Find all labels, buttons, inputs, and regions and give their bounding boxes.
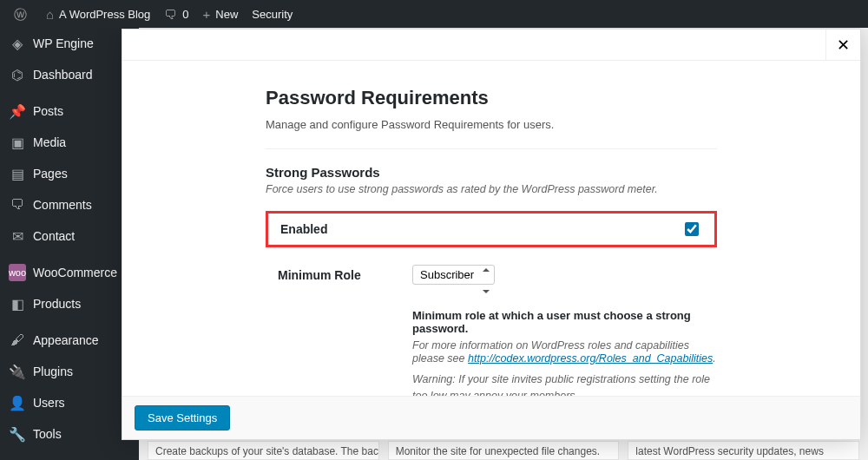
security-label: Security [252, 8, 293, 21]
save-settings-button[interactable]: Save Settings [135, 405, 230, 430]
section-description: Force users to use strong passwords as r… [266, 183, 717, 195]
minimum-role-warning: Warning: If your site invites public reg… [412, 371, 717, 396]
enabled-checkbox[interactable] [685, 222, 699, 236]
sidebar-item-users[interactable]: 👤Users [0, 387, 139, 418]
security-link[interactable]: Security [245, 0, 299, 28]
sidebar-item-woocommerce[interactable]: wooWooCommerce [0, 257, 139, 288]
page-title: Password Requirements [266, 87, 717, 109]
page-icon: ▤ [9, 165, 26, 182]
product-icon: ◧ [9, 295, 26, 312]
minimum-role-select[interactable]: Subscriber [412, 265, 495, 285]
sidebar-item-products[interactable]: ◧Products [0, 288, 139, 319]
sidebar-item-label: Comments [33, 198, 92, 212]
roles-link[interactable]: http://codex.wordpress.org/Roles_and_Cap… [468, 352, 713, 365]
sidebar-item-wpengine[interactable]: ◈WP Engine [0, 28, 139, 59]
section-title: Strong Passwords [266, 165, 717, 180]
plus-icon: + [203, 8, 211, 21]
divider [266, 148, 717, 149]
pin-icon: 📌 [9, 102, 26, 120]
admin-sidebar: ◈WP Engine ⌬Dashboard 📌Posts ▣Media ▤Pag… [0, 28, 139, 460]
wpengine-icon: ◈ [9, 35, 26, 52]
tool-icon: 🔧 [9, 425, 26, 443]
comment-icon: 🗨 [9, 196, 26, 214]
sidebar-item-comments[interactable]: 🗨Comments [0, 189, 139, 220]
minimum-role-label: Minimum Role [278, 265, 412, 282]
bg-card: Monitor the site for unexpected file cha… [388, 441, 620, 460]
sidebar-item-label: Posts [33, 104, 63, 118]
enabled-row: Enabled [266, 211, 717, 247]
plugin-icon: 🔌 [9, 363, 26, 380]
sidebar-item-settings[interactable]: ⚙Settings [0, 450, 139, 460]
dashboard-icon: ⌬ [9, 66, 26, 83]
sidebar-item-label: Products [33, 297, 81, 311]
sidebar-item-label: Pages [33, 167, 68, 181]
brush-icon: 🖌 [9, 332, 26, 349]
site-name-link[interactable]: ⌂A WordPress Blog [39, 0, 157, 28]
woo-icon: woo [9, 264, 26, 281]
sidebar-item-media[interactable]: ▣Media [0, 127, 139, 158]
minimum-role-bold: Minimum role at which a user must choose… [412, 309, 717, 335]
sidebar-item-tools[interactable]: 🔧Tools [0, 418, 139, 450]
comment-icon: 🗨 [164, 8, 177, 21]
sidebar-item-label: Contact [33, 229, 75, 243]
sidebar-item-label: Appearance [33, 333, 99, 347]
settings-icon: ⚙ [9, 457, 26, 460]
sidebar-item-label: WooCommerce [33, 266, 117, 279]
sidebar-item-dashboard[interactable]: ⌬Dashboard [0, 59, 139, 90]
enabled-label: Enabled [280, 222, 327, 236]
modal-footer: Save Settings [122, 396, 860, 439]
sidebar-item-appearance[interactable]: 🖌Appearance [0, 325, 139, 356]
comments-link[interactable]: 🗨0 [157, 0, 195, 28]
sidebar-item-label: Media [33, 135, 66, 149]
site-name-text: A WordPress Blog [59, 8, 150, 21]
wordpress-icon: ⓦ [14, 8, 27, 21]
sidebar-item-posts[interactable]: 📌Posts [0, 95, 139, 127]
comments-count: 0 [182, 8, 188, 21]
sidebar-item-label: Dashboard [33, 68, 93, 82]
user-icon: 👤 [9, 394, 26, 411]
sidebar-item-label: Plugins [33, 365, 73, 378]
bg-card: Create backups of your site's database. … [148, 441, 379, 460]
media-icon: ▣ [9, 134, 26, 151]
page-description: Manage and configure Password Requiremen… [266, 118, 717, 131]
bg-cards: Create backups of your site's database. … [139, 441, 868, 460]
sidebar-item-contact[interactable]: ✉Contact [0, 220, 139, 252]
wp-logo[interactable]: ⓦ [7, 0, 39, 28]
bg-card: latest WordPress security updates, news [628, 441, 859, 460]
modal-close-button[interactable]: ✕ [825, 30, 860, 61]
mail-icon: ✉ [9, 227, 26, 245]
sidebar-item-label: Users [33, 396, 65, 410]
home-icon: ⌂ [46, 8, 54, 21]
new-label: New [215, 8, 238, 21]
sidebar-item-label: WP Engine [33, 36, 94, 50]
modal-body: Password Requirements Manage and configu… [122, 61, 860, 396]
settings-modal: ✕ Password Requirements Manage and confi… [122, 29, 861, 440]
minimum-role-row: Minimum Role Subscriber Minimum role at … [266, 265, 717, 396]
admin-bar: ⓦ ⌂A WordPress Blog 🗨0 +New Security [0, 0, 868, 28]
sidebar-item-plugins[interactable]: 🔌Plugins [0, 356, 139, 387]
modal-header: ✕ [122, 30, 860, 61]
sidebar-item-pages[interactable]: ▤Pages [0, 158, 139, 189]
sidebar-item-label: Tools [33, 427, 62, 441]
close-icon: ✕ [837, 36, 850, 55]
new-link[interactable]: +New [196, 0, 246, 28]
